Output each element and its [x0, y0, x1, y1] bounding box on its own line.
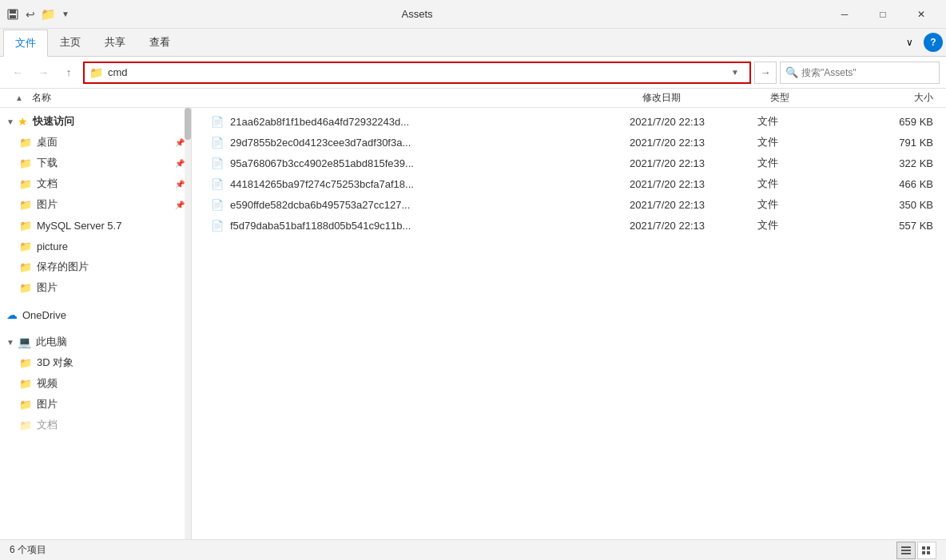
sidebar-label-video: 视频 — [37, 376, 185, 391]
pin-icon-pictures: 📌 — [175, 201, 185, 209]
tab-share[interactable]: 共享 — [93, 29, 137, 56]
divider-1 — [0, 298, 191, 304]
svg-rect-4 — [901, 550, 911, 551]
file-date-2: 2021/7/20 22:13 — [630, 157, 757, 169]
file-size-0: 659 KB — [853, 116, 933, 128]
file-type-1: 文件 — [757, 135, 853, 149]
sidebar: ▼ ★ 快速访问 📁 桌面 📌 📁 下载 📌 📁 文档 📌 📁 图片 📌 📁 M… — [0, 108, 192, 539]
svg-rect-3 — [901, 546, 911, 548]
column-toggle[interactable]: ▲ — [13, 93, 26, 102]
sidebar-item-video[interactable]: 📁 视频 — [0, 373, 191, 394]
file-date-1: 2021/7/20 22:13 — [630, 137, 757, 149]
up-button[interactable]: ↑ — [58, 62, 80, 84]
window-title: Assets — [8, 8, 826, 20]
tab-file[interactable]: 文件 — [3, 30, 48, 57]
svg-rect-8 — [922, 551, 925, 554]
ribbon-help-button[interactable]: ? — [924, 33, 943, 52]
search-bar[interactable]: 🔍 — [780, 62, 940, 84]
file-type-5: 文件 — [757, 218, 853, 232]
forward-button[interactable]: → — [32, 62, 54, 84]
tab-view[interactable]: 查看 — [137, 29, 182, 56]
address-bar[interactable]: 📁 ▼ — [83, 62, 751, 84]
sidebar-item-saved-pictures[interactable]: 📁 保存的图片 — [0, 256, 191, 277]
search-icon: 🔍 — [785, 66, 798, 78]
sidebar-item-desktop[interactable]: 📁 桌面 📌 — [0, 132, 191, 153]
table-row[interactable]: 📄 e590ffde582dcba6b495753a27cc127... 202… — [192, 194, 946, 215]
title-bar: ↩ 📁 ▼ Assets ─ □ ✕ — [0, 0, 946, 29]
tab-home[interactable]: 主页 — [48, 29, 93, 56]
table-row[interactable]: 📄 21aa62ab8f1f1bed46a4fd72932243d... 202… — [192, 111, 946, 132]
folder-icon-mysql: 📁 — [19, 220, 32, 232]
minimize-button[interactable]: ─ — [826, 0, 863, 29]
address-dropdown-button[interactable]: ▼ — [725, 63, 745, 82]
address-input[interactable] — [108, 66, 721, 78]
onedrive-header[interactable]: ☁ OneDrive — [0, 304, 191, 325]
close-button[interactable]: ✕ — [903, 0, 940, 29]
sidebar-item-pictures2[interactable]: 📁 图片 — [0, 277, 191, 298]
address-row: ← → ↑ 📁 ▼ → 🔍 — [0, 57, 946, 89]
sidebar-scroll-thumb[interactable] — [185, 108, 191, 140]
folder-icon-video: 📁 — [19, 378, 32, 390]
table-row[interactable]: 📄 29d7855b2ec0d4123cee3d7adf30f3a... 202… — [192, 132, 946, 153]
sidebar-label-download: 下载 — [37, 156, 175, 170]
sidebar-item-mysql[interactable]: 📁 MySQL Server 5.7 — [0, 215, 191, 236]
navigate-button[interactable]: → — [754, 62, 777, 84]
thispc-header[interactable]: ▼ 💻 此电脑 — [0, 332, 191, 352]
col-type-header[interactable]: 类型 — [770, 91, 866, 105]
sidebar-item-picture[interactable]: 📁 picture — [0, 236, 191, 256]
ribbon-expand-button[interactable]: ∨ — [898, 31, 920, 54]
thispc-collapse-icon: ▼ — [6, 338, 14, 347]
file-icon-2: 📄 — [211, 157, 224, 169]
quick-access-collapse-icon: ▼ — [6, 117, 14, 126]
file-size-5: 557 KB — [853, 220, 933, 232]
file-name-4: e590ffde582dcba6b495753a27cc127... — [230, 199, 630, 211]
svg-rect-5 — [901, 553, 911, 554]
col-size-header[interactable]: 大小 — [866, 91, 946, 105]
sidebar-label-pictures: 图片 — [37, 197, 175, 212]
sidebar-item-pic3[interactable]: 📁 图片 — [0, 394, 191, 415]
main-layout: ▼ ★ 快速访问 📁 桌面 📌 📁 下载 📌 📁 文档 📌 📁 图片 📌 📁 M… — [0, 108, 946, 539]
onedrive-label: OneDrive — [22, 309, 66, 321]
thispc-label: 此电脑 — [36, 335, 67, 349]
file-icon-0: 📄 — [211, 116, 224, 128]
file-size-2: 322 KB — [853, 157, 933, 169]
svg-rect-9 — [927, 551, 930, 554]
detail-view-button[interactable] — [917, 542, 936, 559]
column-headers: ▲ 名称 修改日期 类型 大小 — [0, 89, 946, 108]
table-row[interactable]: 📄 441814265ba97f274c75253bcfa7af18... 20… — [192, 173, 946, 194]
table-row[interactable]: 📄 95a768067b3cc4902e851abd815fe39... 202… — [192, 153, 946, 173]
col-date-header[interactable]: 修改日期 — [642, 91, 770, 105]
list-view-button[interactable] — [896, 542, 916, 559]
address-folder-icon: 📁 — [89, 66, 103, 79]
folder-icon-pictures: 📁 — [19, 199, 32, 211]
pin-icon-download: 📌 — [175, 159, 185, 168]
sidebar-scrollbar[interactable] — [185, 108, 191, 539]
file-date-3: 2021/7/20 22:13 — [630, 178, 757, 190]
quick-access-header[interactable]: ▼ ★ 快速访问 — [0, 111, 191, 132]
sidebar-label-saved-pictures: 保存的图片 — [37, 260, 185, 274]
file-name-2: 95a768067b3cc4902e851abd815fe39... — [230, 157, 630, 169]
file-name-1: 29d7855b2ec0d4123cee3d7adf30f3a... — [230, 137, 630, 149]
folder-icon-documents: 📁 — [19, 178, 32, 190]
search-input[interactable] — [801, 67, 934, 78]
col-name-header[interactable]: 名称 — [26, 91, 642, 105]
quick-access-star-icon: ★ — [18, 115, 28, 128]
sidebar-label-picture: picture — [37, 240, 185, 252]
status-count: 6 个项目 — [10, 543, 896, 557]
file-date-5: 2021/7/20 22:13 — [630, 220, 757, 232]
pc-icon: 💻 — [18, 336, 31, 348]
window-controls: ─ □ ✕ — [826, 0, 940, 29]
sidebar-item-docs2[interactable]: 📁 文档 — [0, 415, 191, 435]
table-row[interactable]: 📄 f5d79daba51baf1188d05b541c9c11b... 202… — [192, 215, 946, 236]
sidebar-item-pictures[interactable]: 📁 图片 📌 — [0, 194, 191, 215]
maximize-button[interactable]: □ — [865, 0, 901, 29]
back-button[interactable]: ← — [6, 62, 29, 84]
sidebar-item-documents[interactable]: 📁 文档 📌 — [0, 173, 191, 194]
sidebar-label-3d: 3D 对象 — [37, 355, 185, 370]
sidebar-item-download[interactable]: 📁 下载 📌 — [0, 153, 191, 173]
sidebar-label-pictures2: 图片 — [37, 280, 185, 295]
file-date-0: 2021/7/20 22:13 — [630, 116, 757, 128]
sidebar-label-desktop: 桌面 — [37, 135, 175, 149]
svg-rect-6 — [922, 546, 925, 550]
sidebar-item-3d[interactable]: 📁 3D 对象 — [0, 352, 191, 373]
